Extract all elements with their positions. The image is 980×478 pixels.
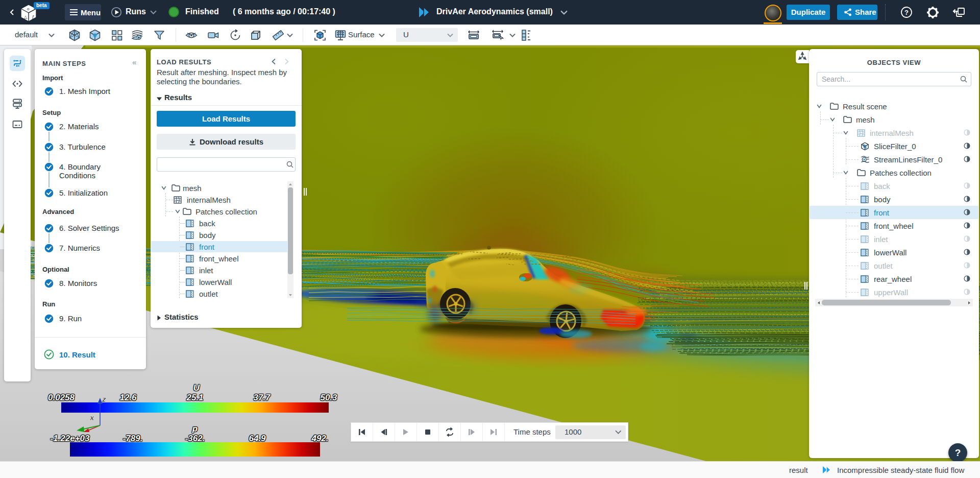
svg-text:x: x (89, 413, 94, 422)
svg-text:ƒ: ƒ (32, 14, 34, 19)
svg-text:?: ? (904, 9, 909, 16)
svg-text:o: o (27, 7, 30, 11)
svg-text:z: z (102, 395, 106, 403)
svg-text:△: △ (24, 15, 28, 19)
